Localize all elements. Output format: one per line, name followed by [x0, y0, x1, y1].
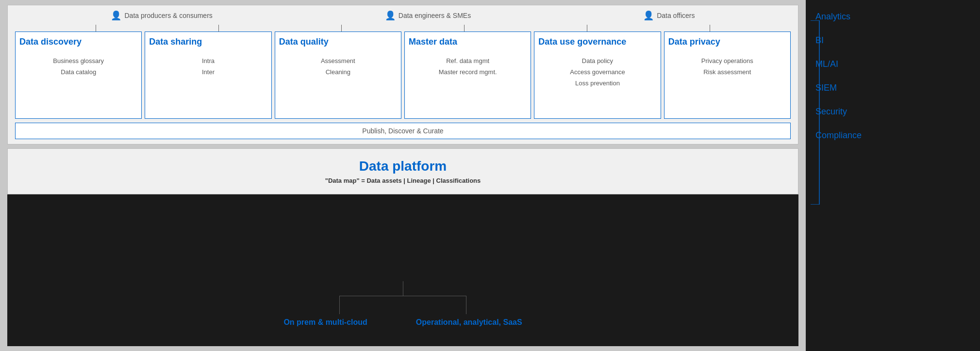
vline-3: [341, 25, 342, 32]
data-platform-subtitle: "Data map" = Data assets | Lineage | Cla…: [17, 177, 788, 184]
data-platform-section: Data platform "Data map" = Data assets |…: [7, 148, 798, 194]
persona-officers: 👤 Data officers: [643, 10, 695, 21]
sidebar-item-compliance[interactable]: Compliance: [806, 124, 980, 147]
source-labels-row: On prem & multi-cloud Operational, analy…: [283, 318, 522, 327]
vline-5: [587, 25, 587, 32]
person-icon-producers: 👤: [111, 10, 121, 21]
box-master-data: Master data Ref. data mgmt Master record…: [404, 32, 531, 119]
sidebar-item-analytics[interactable]: Analytics: [806, 5, 980, 29]
capability-boxes-row: Data discovery Business glossary Data ca…: [15, 32, 791, 119]
personas-row: 👤 Data producers & consumers 👤 Data engi…: [15, 10, 791, 21]
box-items-data-discovery: Business glossary Data catalog: [19, 55, 137, 78]
bracket-right-v: [466, 296, 466, 305]
box-data-privacy: Data privacy Privacy operations Risk ass…: [664, 32, 791, 119]
box-items-data-privacy: Privacy operations Risk assessment: [668, 55, 786, 78]
item-business-glossary: Business glossary: [19, 55, 137, 66]
item-risk-assessment: Risk assessment: [668, 66, 786, 78]
item-data-catalog: Data catalog: [19, 66, 137, 78]
item-access-governance: Access governance: [538, 66, 656, 78]
item-cleaning: Cleaning: [279, 66, 397, 78]
item-data-policy: Data policy: [538, 55, 656, 66]
sidebar-item-siem[interactable]: SIEM: [806, 76, 980, 100]
item-ref-data-mgmt: Ref. data mgmt: [409, 55, 527, 66]
vline-6: [710, 25, 710, 32]
source-label-operational: Operational, analytical, SaaS: [416, 318, 522, 327]
box-data-discovery: Data discovery Business glossary Data ca…: [15, 32, 142, 119]
box-title-data-discovery: Data discovery: [19, 37, 137, 48]
vline-2: [218, 25, 219, 32]
right-sidebar: Analytics BI ML/AI SIEM Security Complia…: [806, 0, 980, 351]
sidebar-item-security[interactable]: Security: [806, 100, 980, 124]
persona-label-engineers: Data engineers & SMEs: [399, 12, 471, 19]
connector-vline-main: [403, 281, 403, 296]
item-inter: Inter: [149, 66, 267, 78]
box-items-data-quality: Assessment Cleaning: [279, 55, 397, 78]
sidebar-bracket-svg: [806, 20, 820, 205]
box-data-use-governance: Data use governance Data policy Access g…: [534, 32, 661, 119]
governance-section: 👤 Data producers & consumers 👤 Data engi…: [7, 5, 798, 144]
publish-bar: Publish, Discover & Curate: [15, 123, 791, 139]
box-data-sharing: Data sharing Intra Inter: [145, 32, 271, 119]
persona-engineers: 👤 Data engineers & SMEs: [385, 10, 471, 21]
item-assessment: Assessment: [279, 55, 397, 66]
item-intra: Intra: [149, 55, 267, 66]
bracket-structure: [339, 296, 466, 314]
box-title-data-privacy: Data privacy: [668, 37, 786, 48]
connector-lines-top: [15, 25, 791, 32]
bracket-left-v: [339, 296, 340, 305]
box-items-data-use-governance: Data policy Access governance Loss preve…: [538, 55, 656, 89]
source-vline-left: [339, 305, 340, 314]
box-title-master-data: Master data: [409, 37, 527, 48]
person-icon-engineers: 👤: [385, 10, 396, 21]
persona-producers: 👤 Data producers & consumers: [111, 10, 212, 21]
bracket-h: [339, 296, 466, 305]
persona-label-producers: Data producers & consumers: [124, 12, 212, 19]
box-title-data-use-governance: Data use governance: [538, 37, 656, 48]
vline-1: [96, 25, 96, 32]
main-content: 👤 Data producers & consumers 👤 Data engi…: [0, 0, 806, 351]
person-icon-officers: 👤: [643, 10, 654, 21]
box-items-master-data: Ref. data mgmt Master record mgmt.: [409, 55, 527, 78]
vline-4: [464, 25, 465, 32]
persona-label-officers: Data officers: [657, 12, 695, 19]
item-loss-prevention: Loss prevention: [538, 78, 656, 89]
source-label-onprem: On prem & multi-cloud: [283, 318, 367, 327]
item-master-record-mgmt: Master record mgmt.: [409, 66, 527, 78]
source-connector: On prem & multi-cloud Operational, analy…: [283, 281, 522, 327]
bottom-sources-area: On prem & multi-cloud Operational, analy…: [7, 194, 798, 346]
sidebar-item-bi[interactable]: BI: [806, 29, 980, 52]
box-title-data-quality: Data quality: [279, 37, 397, 48]
item-privacy-operations: Privacy operations: [668, 55, 786, 66]
source-vline-right: [466, 305, 466, 314]
box-title-data-sharing: Data sharing: [149, 37, 267, 48]
bracket-h-line: [340, 296, 466, 296]
data-platform-title: Data platform: [17, 159, 788, 174]
source-drop-lines: [339, 305, 466, 314]
box-data-quality: Data quality Assessment Cleaning: [275, 32, 401, 119]
sidebar-item-mlai[interactable]: ML/AI: [806, 52, 980, 76]
box-items-data-sharing: Intra Inter: [149, 55, 267, 78]
